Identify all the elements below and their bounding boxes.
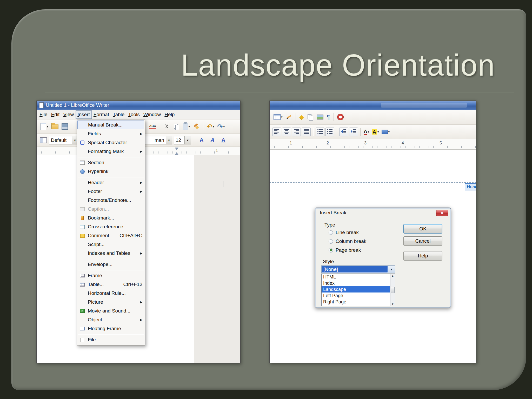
- redo-button[interactable]: ↷ ▾: [217, 122, 225, 131]
- menu-item-frame[interactable]: Frame...: [77, 271, 145, 280]
- help-button[interactable]: [337, 112, 344, 122]
- menu-item-footnote-endnote[interactable]: Footnote/Endnote...: [77, 196, 145, 205]
- scroll-down-icon[interactable]: ▼: [391, 303, 394, 305]
- menubar-item-view[interactable]: View: [61, 110, 76, 119]
- window-titlebar[interactable]: [270, 101, 476, 110]
- radio-selected-icon[interactable]: [329, 248, 333, 252]
- radio-circle-icon[interactable]: [329, 239, 333, 244]
- style-option-landscape[interactable]: Landscape: [322, 286, 390, 292]
- justify-button[interactable]: [302, 128, 311, 136]
- ruler-number: 2: [327, 141, 329, 145]
- increase-indent-button[interactable]: [349, 128, 358, 136]
- draw-functions-button[interactable]: [285, 112, 293, 122]
- cancel-button[interactable]: Cancel: [403, 236, 442, 246]
- menubar-item-format[interactable]: Format: [92, 110, 111, 119]
- indent-marker[interactable]: [175, 148, 178, 155]
- menu-item-cross-reference[interactable]: Cross-reference...: [77, 222, 145, 231]
- close-button[interactable]: ×: [436, 210, 448, 216]
- menu-item-comment[interactable]: Comment Ctrl+Alt+C: [77, 231, 145, 240]
- help-button[interactable]: Help: [403, 251, 442, 261]
- gallery-button[interactable]: [316, 112, 324, 122]
- menubar-item-table[interactable]: Table: [111, 110, 126, 119]
- align-left-button[interactable]: [272, 128, 281, 136]
- insert-table-button[interactable]: ▾: [273, 112, 283, 122]
- numbered-list-button[interactable]: [325, 128, 334, 136]
- dropdown-arrow-icon[interactable]: ▼: [166, 136, 172, 144]
- ok-button[interactable]: OK: [403, 224, 442, 234]
- scrollbar-thumb[interactable]: [391, 287, 395, 293]
- new-document-button[interactable]: ▾: [40, 122, 49, 131]
- menubar-item-insert[interactable]: Insert: [76, 110, 92, 119]
- style-apply-button[interactable]: [39, 135, 48, 145]
- menu-item-section[interactable]: Section...: [77, 158, 145, 167]
- menubar-item-help[interactable]: Help: [163, 110, 176, 119]
- menu-item-formatting-mark[interactable]: Formatting Mark ▶: [77, 147, 145, 156]
- highlighting-button[interactable]: A ▾: [371, 127, 380, 137]
- menu-item-movie-and-sound[interactable]: Movie and Sound...: [77, 307, 145, 315]
- menu-item-object[interactable]: Object ▶: [77, 315, 145, 324]
- radio-page-break[interactable]: Page break: [329, 247, 361, 253]
- decrease-indent-button[interactable]: [339, 128, 348, 136]
- menu-item-hyperlink[interactable]: Hyperlink: [77, 167, 145, 176]
- menubar-item-edit[interactable]: Edit: [49, 110, 62, 119]
- menu-item-floating-frame[interactable]: Floating Frame: [77, 324, 145, 333]
- menu-item-file[interactable]: File...: [77, 335, 145, 344]
- menu-item-manual-break[interactable]: Manual Break...: [77, 121, 144, 129]
- radio-column-break[interactable]: Column break: [329, 238, 366, 244]
- save-button[interactable]: [61, 122, 69, 131]
- copy-button[interactable]: [172, 122, 181, 131]
- menu-item-special-character[interactable]: Special Character...: [77, 138, 145, 147]
- style-combo[interactable]: [None] ▼: [321, 265, 395, 273]
- menu-item-footer[interactable]: Footer ▶: [77, 187, 145, 196]
- section-icon: [78, 159, 86, 166]
- menu-item-horizontal-rule[interactable]: Horizontal Rule...: [77, 289, 145, 298]
- insert-menu-popup: Manual Break... Fields ▶ Special Charact…: [77, 119, 145, 345]
- menu-item-label: Bookmark...: [88, 215, 142, 221]
- menubar-item-window[interactable]: Window: [142, 110, 163, 119]
- header-tag[interactable]: Head: [465, 183, 476, 190]
- style-option-index[interactable]: Index: [322, 280, 390, 286]
- menu-item-indexes-and-tables[interactable]: Indexes and Tables ▶: [77, 249, 145, 258]
- open-button[interactable]: [51, 122, 59, 131]
- comment-icon: [78, 232, 86, 239]
- scroll-up-icon[interactable]: ▲: [391, 274, 394, 277]
- font-color-button[interactable]: A ▾: [363, 127, 370, 137]
- bullet-list-button[interactable]: [316, 128, 324, 136]
- radio-line-break[interactable]: Line break: [329, 230, 359, 235]
- menubar-item-file[interactable]: File: [38, 110, 49, 119]
- dropdown-arrow-icon[interactable]: ▼: [184, 136, 191, 144]
- font-size-combo[interactable]: 12 ▼: [174, 136, 191, 144]
- menu-item-header[interactable]: Header ▶: [77, 178, 145, 187]
- spellcheck-button[interactable]: ABC: [149, 122, 157, 131]
- menu-item-envelope[interactable]: Envelope...: [77, 260, 145, 269]
- style-option-right-page[interactable]: Right Page: [322, 299, 390, 305]
- radio-circle-icon[interactable]: [329, 230, 333, 235]
- file-icon: [78, 336, 86, 343]
- navigator-button[interactable]: ◆: [299, 112, 305, 122]
- menu-item-bookmark[interactable]: Bookmark...: [77, 214, 145, 222]
- paragraph-style-combo[interactable]: Default ▼: [49, 136, 78, 144]
- italic-button[interactable]: A: [208, 135, 217, 145]
- format-paintbrush-button[interactable]: [192, 122, 200, 131]
- style-option-left-page[interactable]: Left Page: [322, 292, 390, 299]
- formatting-marks-button[interactable]: ¶: [326, 112, 330, 122]
- window-titlebar[interactable]: Untitled 1 - LibreOffice Writer: [37, 101, 240, 110]
- menu-item-script[interactable]: Script...: [77, 240, 145, 249]
- align-right-button[interactable]: [292, 128, 301, 136]
- bold-button[interactable]: A: [197, 135, 206, 145]
- background-color-button[interactable]: ▾: [381, 127, 391, 137]
- paste-button[interactable]: ▾: [182, 122, 191, 131]
- underline-button[interactable]: A: [219, 135, 228, 145]
- menu-item-fields[interactable]: Fields ▶: [77, 129, 145, 138]
- style-option-html[interactable]: HTML: [322, 274, 390, 280]
- align-center-button[interactable]: [282, 128, 291, 136]
- menu-item-table[interactable]: Table... Ctrl+F12: [77, 280, 145, 289]
- toolbar-separator: [194, 136, 194, 144]
- menubar-item-tools[interactable]: Tools: [126, 110, 141, 119]
- dropdown-arrow-icon[interactable]: ▼: [388, 266, 395, 273]
- menu-item-picture[interactable]: Picture ▶: [77, 298, 145, 307]
- data-sources-button[interactable]: [306, 112, 314, 122]
- cut-button[interactable]: [163, 122, 171, 131]
- undo-button[interactable]: ↶ ▾: [206, 122, 215, 131]
- scrollbar[interactable]: ▲ ▼: [390, 274, 395, 306]
